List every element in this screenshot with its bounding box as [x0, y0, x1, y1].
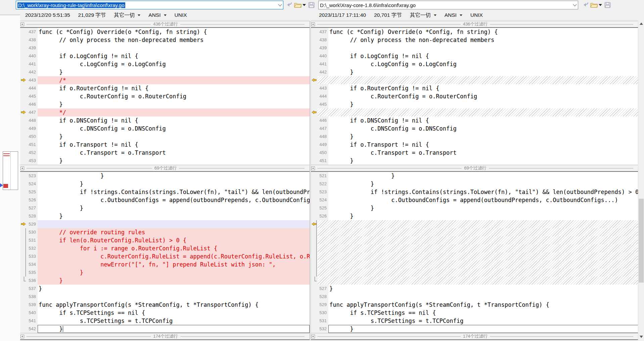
curved-arrow-button[interactable] [582, 2, 590, 8]
code-row[interactable]: 528 [311, 293, 638, 301]
code-row[interactable]: 445 } [311, 100, 638, 108]
missing-lines-row[interactable] [311, 76, 638, 84]
code-row[interactable]: 448 } [311, 133, 638, 141]
diff-code-row[interactable]: 535 } [20, 269, 310, 277]
diff-code-row[interactable]: 531 if len(o.RouterConfig.RuleList) > 0 … [20, 236, 310, 244]
code-row[interactable]: 445 c.RouterConfig = o.RouterConfig [20, 92, 310, 100]
curved-arrow-button[interactable] [285, 2, 293, 8]
code-row[interactable]: 449 c.DNSConfig = o.DNSConfig [20, 125, 310, 133]
missing-lines-row[interactable] [311, 236, 638, 244]
code-row[interactable]: 438 // only process the non-deprecated m… [311, 36, 638, 44]
diff-code-row[interactable]: 534 newError("[", fn, "] prepend RuleLis… [20, 260, 310, 269]
code-row[interactable]: 453 } [20, 157, 310, 165]
missing-lines-row[interactable] [311, 260, 638, 269]
diff-pane-left[interactable]: +436个过滤行437func (c *Config) Override(o *… [20, 21, 310, 340]
code-row[interactable]: 539func applyTransportConfig(s *StreamCo… [20, 301, 310, 309]
browse-folder-button[interactable] [590, 2, 598, 8]
code-row[interactable]: 526 } [311, 212, 638, 220]
diff-mark-current[interactable] [3, 184, 8, 188]
code-row[interactable]: 525 } [311, 204, 638, 212]
code-row[interactable]: 447 c.DNSConfig = o.DNSConfig [311, 125, 638, 133]
diff-location-map[interactable] [3, 151, 18, 190]
diff-code-row[interactable]: 443 /* [20, 76, 310, 84]
diff-code-row[interactable]: 536 } [20, 277, 310, 285]
code-row[interactable]: 527 } [20, 204, 310, 212]
code-row[interactable]: 541 s.TCPSettings = t.TCPConfig [20, 317, 310, 325]
browse-menu-button[interactable] [598, 2, 603, 8]
code-row[interactable]: 452 c.Transport = o.Transport [20, 149, 310, 157]
missing-lines-row[interactable] [311, 220, 638, 228]
code-row[interactable]: 524 } [20, 180, 310, 188]
expand-filtered-lines-button[interactable]: + [20, 22, 24, 26]
diff-code-row[interactable]: 542 } [20, 325, 310, 333]
save-button[interactable] [603, 2, 611, 8]
diff-pane-right[interactable]: +436个过滤行437func (c *Config) Override(o *… [311, 21, 638, 340]
code-row[interactable]: 451 if o.Transport != nil { [20, 141, 310, 149]
expand-filtered-lines-button[interactable]: + [311, 22, 315, 26]
expand-filtered-lines-button[interactable]: + [311, 166, 315, 170]
code-row[interactable]: 442 } [20, 68, 310, 76]
scroll-up-button[interactable] [638, 21, 644, 27]
expand-filtered-lines-button[interactable]: + [311, 335, 315, 338]
code-row[interactable]: 438 // only process the non-deprecated m… [20, 36, 310, 44]
missing-lines-row[interactable] [311, 269, 638, 277]
code-row[interactable]: 450 c.Transport = o.Transport [311, 149, 638, 157]
code-row[interactable]: 530 if s.TCPSettings == nil { [311, 309, 638, 317]
filter-dropdown[interactable]: 其它一切 [410, 12, 436, 19]
code-row[interactable]: 440 if o.LogConfig != nil { [20, 52, 310, 60]
code-row[interactable]: 526 c.OutboundConfigs = append(outboundP… [20, 196, 310, 204]
missing-lines-row[interactable] [311, 108, 638, 116]
code-row[interactable]: 450 } [20, 133, 310, 141]
missing-lines-row[interactable] [311, 244, 638, 252]
scrollbar-thumb[interactable] [639, 199, 644, 283]
code-row[interactable]: 439 [311, 44, 638, 52]
code-row[interactable]: 446 } [20, 100, 310, 108]
combo-dropdown-button[interactable] [277, 1, 283, 9]
vertical-scrollbar[interactable] [638, 21, 644, 340]
code-row[interactable]: 437func (c *Config) Override(o *Config, … [20, 28, 310, 36]
code-row[interactable]: 527} [311, 285, 638, 293]
code-row[interactable]: 440 if o.LogConfig != nil { [311, 52, 638, 60]
code-row[interactable]: 538 [20, 293, 310, 301]
expand-filtered-lines-button[interactable]: + [20, 335, 24, 338]
code-row[interactable]: 437func (c *Config) Override(o *Config, … [311, 28, 638, 36]
diff-mark[interactable] [3, 155, 10, 156]
browse-menu-button[interactable] [302, 2, 307, 8]
diff-code-row[interactable]: 533 c.RouterConfig.RuleList = append(c.R… [20, 252, 310, 260]
code-row[interactable]: 528 } [20, 212, 310, 220]
code-row[interactable]: 537} [20, 285, 310, 293]
code-row[interactable]: 529func applyTransportConfig(s *StreamCo… [311, 301, 638, 309]
code-row[interactable]: 524 c.OutboundConfigs = append(outboundP… [311, 196, 638, 204]
file-path-combobox-right[interactable]: D:\_work\Xray-core-1.8.6\infra\conf\xray… [318, 1, 578, 9]
diff-code-row[interactable]: 529 [20, 220, 310, 228]
code-row[interactable]: 522 } [311, 180, 638, 188]
code-row[interactable]: 441 c.LogConfig = o.LogConfig [20, 60, 310, 68]
filter-dropdown[interactable]: 其它一切 [114, 12, 140, 19]
code-row[interactable]: 451 } [311, 157, 638, 165]
code-row[interactable]: 446 if o.DNSConfig != nil { [311, 116, 638, 125]
location-pane[interactable] [0, 15, 20, 341]
code-row[interactable]: 523 if !strings.Contains(strings.ToLower… [311, 188, 638, 196]
diff-code-row[interactable]: 532 } [311, 325, 638, 333]
code-row[interactable]: 448 if o.DNSConfig != nil { [20, 116, 310, 125]
combo-dropdown-button[interactable] [572, 1, 578, 9]
code-row[interactable]: 540 if s.TCPSettings == nil { [20, 309, 310, 317]
code-row[interactable]: 441 c.LogConfig = o.LogConfig [311, 60, 638, 68]
expand-filtered-lines-button[interactable]: + [20, 166, 24, 170]
code-row[interactable]: 443 if o.RouterConfig != nil { [311, 84, 638, 92]
encoding-dropdown[interactable]: ANSI [445, 12, 462, 18]
diff-code-row[interactable]: 532 for i := range o.RouterConfig.RuleLi… [20, 244, 310, 252]
missing-lines-row[interactable] [311, 277, 638, 285]
diff-mark[interactable] [3, 153, 10, 154]
encoding-dropdown[interactable]: ANSI [148, 12, 166, 18]
code-row[interactable]: 442 } [311, 68, 638, 76]
scroll-down-button[interactable] [638, 334, 644, 340]
missing-lines-row[interactable] [311, 228, 638, 236]
file-path-combobox-left[interactable]: D:\_work\xray-routing-rule-tag\infra\con… [16, 1, 283, 9]
code-row[interactable]: 439 [20, 44, 310, 52]
code-row[interactable]: 523 } [20, 172, 310, 180]
code-row[interactable]: 444 c.RouterConfig = o.RouterConfig [311, 92, 638, 100]
code-row[interactable]: 531 s.TCPSettings = t.TCPConfig [311, 317, 638, 325]
save-button[interactable] [307, 2, 315, 8]
missing-lines-row[interactable] [311, 252, 638, 260]
